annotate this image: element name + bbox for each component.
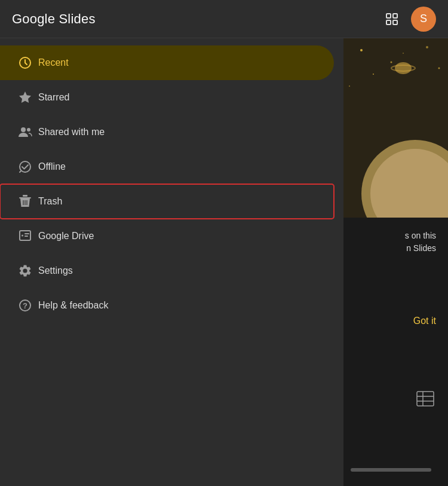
svg-point-25 — [426, 46, 428, 48]
bottom-panel: s on this n Slides Got it — [343, 218, 448, 486]
sidebar-item-help[interactable]: ? Help & feedback — [0, 288, 334, 323]
got-it-button[interactable]: Got it — [413, 311, 436, 331]
avatar-letter: S — [420, 13, 427, 25]
drive-icon — [12, 229, 38, 243]
svg-point-26 — [438, 68, 440, 69]
svg-rect-1 — [393, 14, 397, 18]
svg-rect-3 — [393, 20, 397, 25]
svg-point-24 — [373, 74, 374, 75]
settings-icon — [12, 264, 38, 278]
user-avatar[interactable]: S — [411, 7, 436, 32]
svg-point-14 — [22, 235, 23, 237]
app-header: Google Slides S — [0, 0, 448, 38]
svg-point-28 — [403, 53, 404, 54]
sidebar-item-label-starred: Starred — [38, 92, 69, 103]
clock-icon — [12, 56, 38, 70]
main-layout: Recent Starred Shared with me — [0, 38, 448, 486]
sidebar-item-label-offline: Offline — [38, 161, 66, 172]
svg-point-27 — [349, 85, 350, 87]
app-title-google: Google — [12, 11, 55, 26]
app-title: Google Slides — [12, 11, 96, 27]
svg-rect-2 — [386, 20, 391, 25]
svg-rect-0 — [386, 14, 391, 18]
header-actions: S — [380, 7, 436, 32]
svg-point-29 — [395, 62, 412, 74]
trash-icon — [12, 194, 38, 209]
sidebar-item-trash[interactable]: Trash — [0, 184, 334, 219]
star-icon — [12, 90, 38, 105]
sidebar-item-label-trash: Trash — [38, 196, 62, 207]
offline-icon — [12, 160, 38, 174]
info-text-block: s on this n Slides — [405, 230, 436, 255]
people-icon — [12, 125, 38, 139]
svg-point-5 — [21, 127, 26, 132]
scrollbar[interactable] — [351, 468, 431, 472]
svg-point-6 — [27, 128, 30, 132]
sidebar-item-label-settings: Settings — [38, 265, 73, 276]
info-line1: s on this — [405, 230, 436, 242]
sidebar-item-offline[interactable]: Offline — [0, 149, 334, 184]
sidebar: Recent Starred Shared with me — [0, 38, 343, 486]
svg-rect-15 — [24, 233, 29, 234]
sidebar-item-label-shared: Shared with me — [38, 127, 105, 137]
table-view-button[interactable] — [415, 388, 436, 409]
sidebar-item-googledrive[interactable]: Google Drive — [0, 219, 334, 253]
svg-text:?: ? — [23, 301, 27, 310]
slide-decoration — [343, 38, 448, 218]
info-line2: n Slides — [405, 242, 436, 255]
help-icon: ? — [12, 298, 38, 313]
svg-rect-31 — [417, 392, 434, 406]
slide-preview — [343, 38, 448, 218]
right-panel: s on this n Slides Got it — [343, 38, 448, 486]
svg-rect-9 — [23, 195, 27, 197]
sidebar-item-recent[interactable]: Recent — [0, 45, 334, 80]
sidebar-item-settings[interactable]: Settings — [0, 253, 334, 288]
sidebar-item-starred[interactable]: Starred — [0, 80, 334, 115]
svg-rect-16 — [24, 236, 28, 237]
svg-point-23 — [391, 62, 392, 63]
app-title-slides: Slides — [55, 11, 95, 26]
sidebar-item-label-recent: Recent — [38, 57, 69, 68]
sidebar-item-label-googledrive: Google Drive — [38, 231, 94, 242]
grid-icon — [385, 12, 399, 26]
svg-point-22 — [360, 49, 363, 51]
list-icon — [416, 390, 435, 407]
svg-rect-8 — [19, 197, 31, 198]
sidebar-item-label-help: Help & feedback — [38, 300, 108, 311]
sidebar-item-shared[interactable]: Shared with me — [0, 115, 334, 149]
grid-view-button[interactable] — [380, 7, 404, 31]
